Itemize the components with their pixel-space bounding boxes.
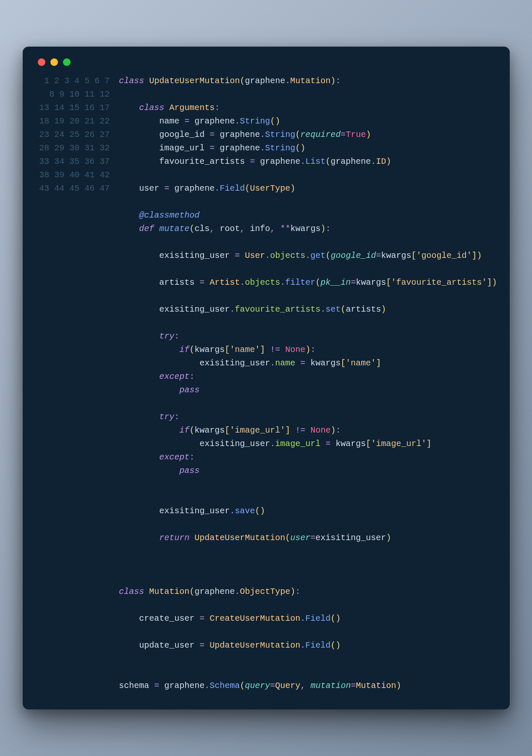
close-icon[interactable] bbox=[38, 58, 45, 66]
line-number-gutter: 1 2 3 4 5 6 7 8 9 10 11 12 13 14 15 16 1… bbox=[35, 74, 119, 693]
code-content[interactable]: class UpdateUserMutation(graphene.Mutati… bbox=[119, 74, 497, 693]
code-window: 1 2 3 4 5 6 7 8 9 10 11 12 13 14 15 16 1… bbox=[23, 47, 510, 709]
zoom-icon[interactable] bbox=[63, 58, 71, 66]
traffic-lights bbox=[35, 58, 497, 66]
minimize-icon[interactable] bbox=[50, 58, 58, 66]
code-editor[interactable]: 1 2 3 4 5 6 7 8 9 10 11 12 13 14 15 16 1… bbox=[35, 74, 497, 693]
